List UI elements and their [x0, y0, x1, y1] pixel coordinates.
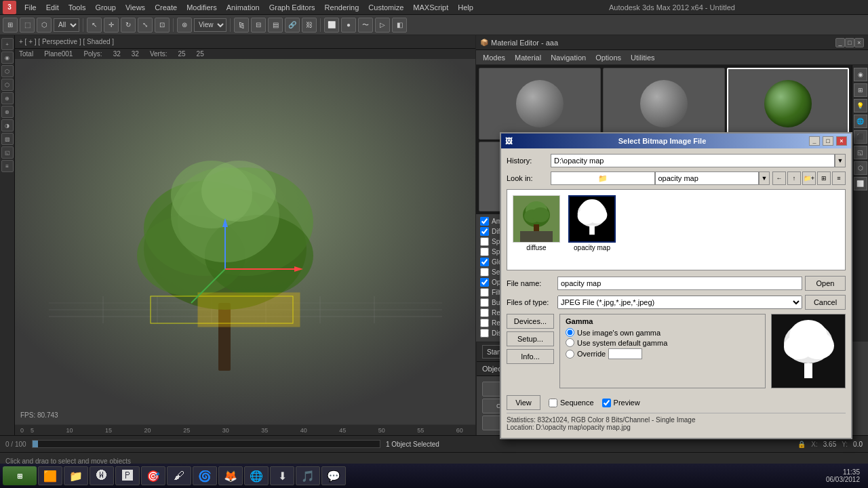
menu-edit[interactable]: Edit	[42, 2, 63, 13]
refract-check[interactable]	[480, 319, 489, 327]
mat-sample-1[interactable]	[479, 68, 601, 140]
mat-menu-material[interactable]: Material	[511, 52, 545, 63]
file-item-diffuse[interactable]: diffuse	[513, 195, 560, 251]
taskbar-explorer[interactable]: 📁	[64, 466, 88, 485]
tb-select[interactable]: ↖	[87, 18, 102, 33]
tb-scale[interactable]: ⤡	[138, 18, 153, 33]
left-icon-10[interactable]: ≡	[1, 160, 14, 172]
gamma-radio-1[interactable]	[566, 328, 574, 337]
viewport-canvas[interactable]: FPS: 80.743	[15, 59, 475, 424]
mat-icon-env[interactable]: 🌐	[854, 115, 867, 128]
specular2-check[interactable]	[480, 247, 489, 256]
filter-check[interactable]	[480, 288, 489, 297]
mat-editor-close[interactable]: ×	[854, 38, 864, 47]
mat-icon-sample[interactable]: ◉	[854, 68, 867, 81]
info-button[interactable]: Info...	[507, 349, 554, 364]
bitmap-file-list[interactable]: diffuse opacity map	[507, 189, 846, 270]
tb-align[interactable]: ⊟	[251, 18, 266, 33]
menu-create[interactable]: Create	[151, 2, 181, 13]
filter-select[interactable]: All	[54, 18, 79, 32]
filename-input[interactable]: opacity map	[557, 277, 802, 290]
bitmap-dialog-close[interactable]: ×	[836, 136, 847, 146]
start-button[interactable]: ⊞	[3, 466, 37, 485]
gamma-radio-2[interactable]	[566, 338, 574, 347]
devices-button[interactable]: Devices...	[507, 314, 554, 329]
displace-check[interactable]	[480, 329, 489, 338]
gamma-radio-3[interactable]	[566, 350, 574, 359]
nav-create-folder[interactable]: 📁+	[802, 171, 816, 185]
opacity-check[interactable]	[480, 278, 489, 287]
history-dropdown-arrow[interactable]: ▼	[835, 154, 846, 167]
mat-icon-checker[interactable]: ⬛	[854, 130, 867, 144]
taskbar-utorrent[interactable]: ⬇	[270, 466, 294, 485]
selfillum-check[interactable]	[480, 268, 489, 277]
taskbar-ps[interactable]: 🅿	[115, 466, 140, 485]
taskbar-dw[interactable]: 🌀	[193, 466, 217, 485]
mat-editor-minimize[interactable]: _	[835, 38, 845, 47]
file-item-opacity[interactable]: opacity map	[568, 195, 616, 251]
lookin-arrow[interactable]: ▼	[759, 171, 770, 185]
tb-select-all[interactable]: ⊞	[3, 18, 18, 33]
mat-icon-bg[interactable]: ⊞	[854, 83, 867, 97]
menu-rendering[interactable]: Rendering	[321, 2, 363, 13]
left-icon-6[interactable]: ⊗	[1, 106, 14, 118]
view-button[interactable]: View	[507, 395, 540, 410]
tb-select-move[interactable]: ✛	[104, 18, 119, 33]
left-icon-8[interactable]: ▨	[1, 133, 14, 145]
history-dropdown[interactable]: D:\opacity map	[551, 154, 835, 167]
mat-menu-modes[interactable]: Modes	[479, 52, 509, 63]
menu-animation[interactable]: Animation	[222, 2, 264, 13]
nav-back[interactable]: ←	[772, 171, 786, 185]
taskbar-firefox[interactable]: 🦊	[218, 466, 243, 485]
menu-file[interactable]: File	[20, 2, 41, 13]
mat-icon-sphere2[interactable]: ⬡	[854, 161, 867, 175]
mat-editor-maximize[interactable]: □	[845, 38, 854, 47]
taskbar-ie[interactable]: 🌐	[244, 466, 269, 485]
menu-group[interactable]: Group	[91, 2, 120, 13]
mat-sample-3[interactable]	[727, 68, 849, 140]
bitmap-dialog-maximize[interactable]: □	[823, 136, 833, 146]
cancel-button[interactable]: Cancel	[805, 295, 846, 310]
mat-icon-light[interactable]: 💡	[854, 99, 867, 113]
gamma-override-input[interactable]	[608, 348, 642, 359]
reflect-check[interactable]	[480, 308, 489, 317]
left-icon-5[interactable]: ⊕	[1, 92, 14, 104]
taskbar-chat[interactable]: 💬	[321, 466, 346, 485]
menu-help[interactable]: Help	[454, 2, 477, 13]
tb-view-align[interactable]: ⊛	[177, 18, 192, 33]
tb-render-frame[interactable]: ◧	[392, 18, 407, 33]
left-icon-9[interactable]: ◱	[1, 146, 14, 159]
menu-tools[interactable]: Tools	[64, 2, 90, 13]
filetype-select[interactable]: JPEG File (*.jpg,*.jpe,*.jpeg)	[557, 296, 802, 309]
mat-icon-box[interactable]: ⬜	[854, 177, 867, 190]
tb-unlink[interactable]: ⛓	[302, 18, 317, 33]
mat-icon-plane[interactable]: ◱	[854, 146, 867, 159]
taskbar-word[interactable]: 🅦	[90, 466, 114, 485]
mat-menu-utilities[interactable]: Utilities	[627, 52, 658, 63]
setup-button[interactable]: Setup...	[507, 331, 554, 346]
left-icon-7[interactable]: ◑	[1, 119, 14, 131]
sequence-checkbox[interactable]	[549, 399, 557, 407]
nav-up[interactable]: ↑	[787, 171, 801, 185]
taskbar-3dsmax[interactable]: 🟧	[38, 466, 62, 485]
left-icon-2[interactable]: ◉	[1, 52, 14, 64]
tb-rotate[interactable]: ↻	[121, 18, 136, 33]
tb-select-region[interactable]: ⬚	[20, 18, 35, 33]
taskbar-3snk[interactable]: 🎯	[141, 466, 165, 485]
mat-menu-options[interactable]: Options	[591, 52, 625, 63]
open-button[interactable]: Open	[805, 276, 846, 291]
diffuse-check[interactable]	[480, 227, 489, 236]
tb-mirror[interactable]: ⧎	[234, 18, 249, 33]
tb-uniform-scale[interactable]: ⊡	[155, 18, 170, 33]
taskbar-ps2[interactable]: 🖌	[167, 466, 191, 485]
menu-customize[interactable]: Customize	[364, 2, 408, 13]
preview-checkbox[interactable]	[602, 399, 611, 407]
taskbar-media[interactable]: 🎵	[296, 466, 320, 485]
tb-material[interactable]: ●	[341, 18, 356, 33]
menu-graph-editors[interactable]: Graph Editors	[265, 2, 319, 13]
bitmap-dialog-minimize[interactable]: _	[809, 136, 820, 146]
menu-views[interactable]: Views	[121, 2, 149, 13]
view-select[interactable]: View	[194, 18, 226, 32]
tb-layer[interactable]: ▤	[268, 18, 283, 33]
history-combo[interactable]: D:\opacity map ▼	[551, 154, 846, 167]
